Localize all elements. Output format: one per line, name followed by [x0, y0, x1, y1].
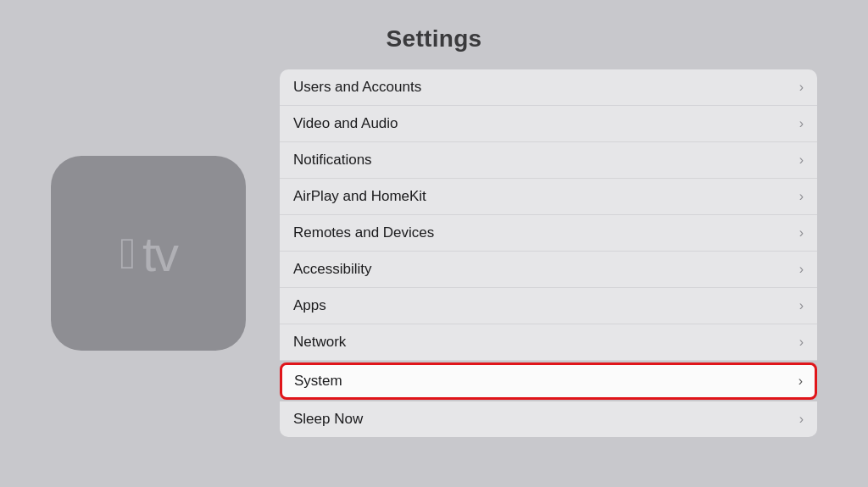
settings-item-label-system: System: [294, 373, 342, 390]
tv-text: tv: [142, 225, 177, 282]
content-area:  tv Users and Accounts›Video and Audio›…: [0, 69, 868, 437]
settings-item-label-users-and-accounts: Users and Accounts: [293, 79, 421, 96]
apple-logo-icon: : [120, 231, 136, 275]
settings-item-label-apps: Apps: [293, 297, 326, 314]
apple-tv-logo-group:  tv: [120, 225, 177, 282]
settings-item-sleep-now[interactable]: Sleep Now›: [280, 401, 817, 437]
settings-item-users-and-accounts[interactable]: Users and Accounts›: [280, 69, 817, 106]
chevron-right-icon: ›: [799, 189, 804, 204]
settings-item-remotes-and-devices[interactable]: Remotes and Devices›: [280, 215, 817, 252]
settings-item-notifications[interactable]: Notifications›: [280, 142, 817, 179]
chevron-right-icon: ›: [798, 374, 803, 389]
settings-item-apps[interactable]: Apps›: [280, 288, 817, 324]
settings-item-system[interactable]: System›: [280, 362, 817, 400]
settings-item-label-airplay-and-homekit: AirPlay and HomeKit: [293, 188, 426, 205]
settings-item-label-notifications: Notifications: [293, 152, 372, 169]
chevron-right-icon: ›: [799, 80, 804, 95]
settings-item-airplay-and-homekit[interactable]: AirPlay and HomeKit›: [280, 179, 817, 215]
settings-item-label-remotes-and-devices: Remotes and Devices: [293, 224, 434, 241]
chevron-right-icon: ›: [799, 298, 804, 313]
settings-item-label-network: Network: [293, 334, 346, 351]
settings-item-label-video-and-audio: Video and Audio: [293, 115, 398, 132]
chevron-right-icon: ›: [799, 412, 804, 427]
chevron-right-icon: ›: [799, 262, 804, 277]
chevron-right-icon: ›: [799, 152, 804, 168]
page-title: Settings: [387, 25, 482, 53]
chevron-right-icon: ›: [799, 116, 804, 131]
settings-item-label-sleep-now: Sleep Now: [293, 411, 363, 428]
chevron-right-icon: ›: [799, 225, 804, 241]
settings-item-video-and-audio[interactable]: Video and Audio›: [280, 106, 817, 142]
settings-list: Users and Accounts›Video and Audio›Notif…: [280, 69, 817, 437]
settings-item-accessibility[interactable]: Accessibility›: [280, 252, 817, 288]
chevron-right-icon: ›: [799, 335, 804, 350]
settings-item-label-accessibility: Accessibility: [293, 261, 372, 278]
apple-tv-device-image:  tv: [51, 156, 246, 351]
settings-item-network[interactable]: Network›: [280, 324, 817, 361]
